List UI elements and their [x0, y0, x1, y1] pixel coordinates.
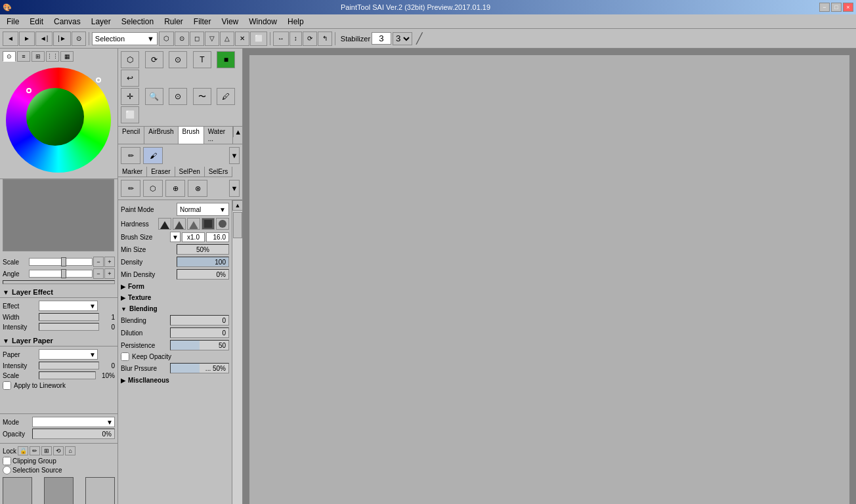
- dilution-bar[interactable]: 0: [170, 327, 229, 338]
- blending-section-header[interactable]: ▼ Blending: [121, 304, 229, 314]
- angle-track[interactable]: [29, 270, 93, 278]
- paper-dropdown[interactable]: ▼: [39, 349, 98, 360]
- texture-section-header[interactable]: ▶ Texture: [121, 293, 229, 303]
- menu-filter[interactable]: Filter: [188, 16, 217, 28]
- brush-preset-2[interactable]: 🖌: [143, 147, 163, 164]
- color-tab-grid[interactable]: ⊞: [32, 51, 45, 62]
- brush-sub-tab-selers[interactable]: SelErs: [205, 167, 232, 177]
- brush-tab-brush[interactable]: Brush: [179, 127, 204, 144]
- tb-btn3[interactable]: ◄|: [35, 32, 53, 46]
- sel-btn3[interactable]: ◻: [190, 32, 204, 46]
- menu-layer[interactable]: Layer: [86, 16, 116, 28]
- lock-btn-1[interactable]: 🔒: [18, 446, 28, 455]
- lock-btn-5[interactable]: ⌂: [65, 446, 75, 455]
- tool-rotate[interactable]: ⊙: [169, 88, 187, 105]
- brush-sub-icon-2[interactable]: ⬡: [143, 180, 163, 197]
- clipping-group-checkbox[interactable]: [3, 457, 11, 465]
- menu-canvas[interactable]: Canvas: [49, 16, 86, 28]
- min-size-bar[interactable]: 50%: [177, 244, 229, 255]
- brush-size-value[interactable]: 16.0: [206, 232, 229, 242]
- scrollbar-track[interactable]: [232, 211, 242, 504]
- menu-selection[interactable]: Selection: [116, 16, 159, 28]
- keep-opacity-checkbox[interactable]: [121, 352, 129, 361]
- menu-ruler[interactable]: Ruler: [159, 16, 188, 28]
- menu-view[interactable]: View: [216, 16, 244, 28]
- sel-btn4[interactable]: ▽: [205, 32, 219, 46]
- scale-btn-plus[interactable]: +: [104, 257, 115, 267]
- effect-dropdown[interactable]: ▼: [39, 301, 98, 311]
- tb-btn4[interactable]: |►: [53, 32, 71, 46]
- lock-btn-4[interactable]: ⟲: [53, 446, 64, 455]
- opacity-bar[interactable]: 0%: [32, 429, 115, 439]
- density-bar[interactable]: 100: [177, 257, 229, 267]
- hardness-btn-3[interactable]: [187, 218, 200, 230]
- color-tab-wheel[interactable]: ⊙: [3, 51, 16, 62]
- minimize-button[interactable]: −: [819, 3, 830, 12]
- scrollbar-up[interactable]: ▲: [232, 200, 242, 211]
- tb-transform1[interactable]: ↔: [273, 32, 289, 46]
- lock-btn-2[interactable]: ✏: [30, 446, 40, 455]
- paint-mode-dropdown[interactable]: Normal ▼: [177, 203, 229, 216]
- brush-sub-icon-4[interactable]: ⊗: [188, 180, 207, 197]
- scale-btn-minus[interactable]: −: [93, 257, 104, 267]
- blending-bar[interactable]: 0: [170, 315, 229, 326]
- lock-btn-3[interactable]: ⊞: [41, 446, 52, 455]
- form-section-header[interactable]: ▶ Form: [121, 282, 229, 291]
- apply-to-linework-checkbox[interactable]: [3, 381, 11, 390]
- tool-text[interactable]: T: [193, 51, 211, 68]
- color-tab-bars[interactable]: ≡: [17, 51, 30, 62]
- brush-size-checkbox[interactable]: ▼: [170, 232, 181, 242]
- tb-transform2[interactable]: ↕: [289, 32, 302, 46]
- hardness-btn-2[interactable]: [173, 218, 186, 230]
- angle-handle[interactable]: [61, 269, 66, 278]
- selection-dropdown[interactable]: Selection ▼: [92, 32, 158, 45]
- back-button[interactable]: ◄: [3, 32, 18, 46]
- misc-section-header[interactable]: ▶ Miscllaneous: [121, 375, 229, 385]
- menu-help[interactable]: Help: [282, 16, 309, 28]
- tool-pen[interactable]: 🖊: [217, 88, 235, 105]
- tool-undo[interactable]: ↩: [121, 70, 139, 87]
- forward-button[interactable]: ►: [19, 32, 35, 46]
- hardness-btn-1[interactable]: [158, 218, 171, 230]
- paper-scale-bar[interactable]: [39, 371, 96, 379]
- brush-preset-1[interactable]: ✏: [121, 147, 140, 164]
- tool-magic[interactable]: ⊙: [169, 51, 187, 68]
- menu-window[interactable]: Window: [244, 16, 282, 28]
- tool-color[interactable]: ■: [217, 51, 235, 68]
- brush-sub-icon-1[interactable]: ✏: [121, 180, 140, 197]
- mode-dropdown[interactable]: ▼: [32, 417, 115, 427]
- brush-tab-water[interactable]: Water ...: [204, 127, 234, 144]
- maximize-button[interactable]: □: [831, 3, 842, 12]
- sel-btn7[interactable]: ⬜: [250, 32, 267, 46]
- brush-tab-scroll-up[interactable]: ▲: [233, 127, 242, 137]
- hardness-btn-4[interactable]: [202, 218, 215, 230]
- color-tab-swatches[interactable]: ▦: [60, 51, 74, 62]
- sel-btn1[interactable]: ⬡: [159, 32, 174, 46]
- layer-paper-header[interactable]: ▼ Layer Paper: [0, 335, 118, 346]
- brush-sub-scroll[interactable]: ▼: [229, 180, 240, 197]
- intensity-bar[interactable]: [39, 323, 99, 331]
- tool-fill[interactable]: ⬜: [121, 106, 139, 123]
- menu-file[interactable]: File: [1, 16, 24, 28]
- tool-select[interactable]: ⬡: [121, 51, 139, 68]
- angle-btn-minus[interactable]: −: [93, 268, 104, 279]
- close-button[interactable]: ×: [843, 3, 853, 12]
- scale-handle[interactable]: [61, 257, 66, 266]
- tb-transform4[interactable]: ↰: [318, 32, 332, 46]
- brush-sub-tab-marker[interactable]: Marker: [118, 167, 147, 177]
- width-bar[interactable]: [39, 313, 99, 321]
- menu-edit[interactable]: Edit: [24, 16, 49, 28]
- sel-btn2[interactable]: ⊙: [175, 32, 189, 46]
- tb-transform3[interactable]: ⟳: [303, 32, 317, 46]
- brush-sub-icon-3[interactable]: ⊕: [165, 180, 185, 197]
- brush-sub-tab-selpen[interactable]: SelPen: [175, 167, 205, 177]
- tool-zoom[interactable]: 🔍: [145, 88, 163, 105]
- paper-intensity-bar[interactable]: [39, 362, 99, 369]
- brush-icon-scroll[interactable]: ▼: [229, 147, 240, 164]
- drawing-canvas[interactable]: [249, 55, 849, 504]
- sel-btn6[interactable]: ✕: [235, 32, 249, 46]
- color-value-bar[interactable]: [3, 280, 115, 284]
- layer-effect-header[interactable]: ▼ Layer Effect: [0, 287, 118, 298]
- selection-source-radio[interactable]: [3, 466, 11, 474]
- scale-track[interactable]: [29, 258, 93, 266]
